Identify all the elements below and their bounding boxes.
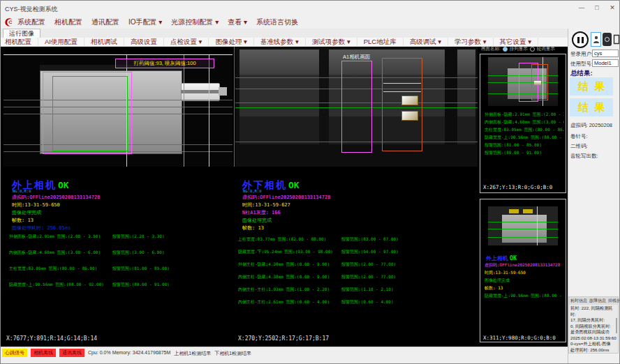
- measurement-row: 内侧主柱-隐藏:4.38mm 范围:(0.00 - 9.00)报警范围:(2.0…: [238, 274, 468, 280]
- preview-line: 内侧面板-隐藏:4.60mm 范围:(3.00 - 6.00): [485, 118, 564, 126]
- measurement-row: 内侧主柱-主柱:2.61mm 范围:(0.60 - 4.00)报警范围:(0.6…: [238, 299, 468, 305]
- roi-label: A1相机画面: [343, 54, 370, 61]
- alarm-range: 报警范围:(3.00 - 6.00): [112, 250, 165, 256]
- measurement-value: 外侧面板-隐藏:2.91mm 范围:(2.00 - 3.50): [9, 234, 112, 240]
- alarm-range: 报警范围:(83.00 - 87.00): [341, 236, 399, 243]
- logout-button[interactable]: [613, 32, 620, 47]
- menu-camera-config[interactable]: 相机配置: [54, 17, 82, 27]
- pause-button[interactable]: [572, 31, 589, 48]
- minimize-button[interactable]: —: [575, 3, 589, 13]
- info-tab-fault[interactable]: 故障信息: [589, 298, 606, 304]
- yellow-marker: [509, 209, 519, 213]
- measurement-row: 上柱宽度:83.77mm 范围:(82.00 - 88.00)报警范围:(83.…: [238, 236, 468, 243]
- center-frames-line: 帧数: 13: [242, 225, 264, 232]
- info-tab-strip: 耗时信息 故障信息 掉线信息: [569, 297, 618, 305]
- info-tab-offline[interactable]: 掉线信息: [608, 298, 620, 304]
- radio-cycle-label[interactable]: 轮询显示: [537, 46, 555, 52]
- cpu-memory-status: Cpu: 0.0% Memory: 3424.41796875M: [88, 349, 170, 355]
- tool-learning-params[interactable]: 学习参数 ▾: [455, 38, 493, 47]
- menu-comm-config[interactable]: 通讯配置: [91, 17, 119, 27]
- panel-divider: [234, 47, 235, 167]
- alarm-range: 报警范围:(2.00 - 77.00): [341, 261, 396, 268]
- center-gray-line: N柱A1灰度: 166: [242, 209, 281, 216]
- center-done-line: 图像处理完成: [242, 217, 272, 224]
- center-measurement-rows: 上柱宽度:83.77mm 范围:(82.00 - 88.00)报警范围:(83.…: [238, 236, 468, 305]
- alarm-range: 报警范围:(2.20 - 3.30): [112, 234, 165, 240]
- measurement-value: 上柱宽度:83.77mm 范围:(82.00 - 88.00): [238, 236, 341, 243]
- measure-line: [488, 237, 558, 238]
- left-camera-image[interactable]: 打药阈值:93, 喷灰阈值:100: [3, 54, 232, 167]
- menu-system-config[interactable]: 系统配置: [17, 17, 45, 27]
- measurement-value: 隐藏宽度-上:90.56mm 范围:(88.00 - 92.00): [9, 282, 112, 288]
- tool-test-params[interactable]: 测试项参数 ▾: [312, 38, 357, 47]
- tool-advanced-debug[interactable]: 高级调试 ▾: [410, 38, 448, 47]
- measurement-row: 内侧主柱-主柱:1.93mm 范围:(1.00 - 2.20)报警范围:(1.1…: [238, 287, 468, 293]
- radio-tile-view[interactable]: [503, 47, 508, 52]
- tool-advanced-settings[interactable]: 高级设置: [131, 38, 164, 47]
- preview-top-coords: X:267;Y:13;R:0;G:0;B:0: [483, 184, 552, 190]
- pause-icon: [582, 37, 584, 43]
- roi-rect-magenta: [341, 61, 372, 153]
- connector-stripe: [181, 90, 220, 93]
- app-window: CYS-视觉检测系统 — □ ✕ 系统配置 相机配置 通讯配置 IO手配置 ▾ …: [0, 0, 620, 364]
- preview-header: 画面名称: 排列显示 轮询显示: [481, 46, 566, 52]
- measure-line-vertical: [537, 206, 538, 245]
- measurement-row: 隐藏宽度-下:95.24mm 范围:(93.00 - 98.00)报警范围:(9…: [238, 249, 468, 255]
- machine-post: [445, 50, 457, 144]
- close-button[interactable]: ✕: [605, 3, 619, 13]
- login-user-field[interactable]: cys: [592, 50, 619, 57]
- left-camera-sub: NG:0,R:0: [13, 189, 31, 193]
- preview-panel-bottom[interactable]: 外上相机OK 虚拟码:OFFline20250208133134728 时间:1…: [480, 199, 566, 342]
- yellow-marker: [523, 209, 533, 213]
- window-title: CYS-视觉检测系统: [5, 5, 58, 14]
- tool-plc-address[interactable]: PLC地址库: [364, 38, 404, 47]
- center-camera-image[interactable]: A1相机画面: [235, 47, 478, 167]
- info-scrollbar[interactable]: [616, 318, 617, 333]
- tool-baseline-params[interactable]: 基准线参数 ▾: [260, 38, 306, 47]
- measurement-row: 外侧面板-隐藏:2.91mm 范围:(2.00 - 3.50)报警范围:(2.2…: [9, 234, 226, 240]
- led-highlight: [401, 111, 418, 121]
- gear-count-label: 齿轮写出数:: [570, 153, 598, 160]
- preview-line: 报警范围:(81.00 - 85.00): [485, 141, 564, 149]
- alarm-range: 报警范围:(0.60 - 4.00): [341, 299, 394, 305]
- preview-top-lines: 外侧面板-隐藏:2.91mm 范围:(2.00 - 3.50) 内侧面板-隐藏:…: [485, 110, 564, 156]
- menu-view[interactable]: 查看 ▾: [228, 17, 247, 27]
- tool-spot-check[interactable]: 点检设置 ▾: [170, 38, 209, 47]
- camera-offline-badge: 相机离线: [31, 349, 56, 357]
- center-time-line: 时间:13-31-59-627: [242, 202, 290, 208]
- virtual-code-label: 虚拟码: 20250208: [570, 122, 612, 129]
- camera-lens-button[interactable]: [603, 33, 612, 46]
- measurement-value: 隐藏宽度-下:95.24mm 范围:(93.00 - 98.00): [238, 249, 341, 255]
- tool-other-settings[interactable]: 其它设置 ▾: [500, 38, 538, 47]
- preview-panel-top[interactable]: 外侧面板-隐藏:2.91mm 范围:(2.00 - 3.50) 内侧面板-隐藏:…: [480, 54, 566, 193]
- preview-bottom-lines: 虚拟码:OFFline20250208133134728 时间:13-31-59…: [485, 261, 564, 299]
- preview-line: 隐藏宽度-上:90.56mm 范围:(88.00 - 92.00): [485, 133, 564, 141]
- measurement-value: 主柱宽度:83.05mm 范围:(80.00 - 86.00): [9, 266, 112, 272]
- model-label: 使用型号:: [570, 61, 593, 68]
- menu-language-switch[interactable]: 系统语言切换: [256, 17, 298, 27]
- title-bar: CYS-视觉检测系统 — □ ✕: [1, 1, 620, 16]
- tool-camera-config[interactable]: 相机配置: [5, 38, 38, 47]
- menu-light-config[interactable]: 光源控制配置 ▾: [171, 17, 219, 27]
- window-controls: — □ ✕: [575, 3, 619, 13]
- user-button[interactable]: [591, 32, 601, 47]
- radio-cycle-view[interactable]: [530, 47, 535, 52]
- led-highlight: [534, 81, 541, 85]
- measure-line: [488, 229, 558, 229]
- maximize-button[interactable]: □: [590, 3, 604, 13]
- preview-line: 图像处理完成: [485, 276, 564, 284]
- alarm-range: 报警范围:(81.00 - 85.00): [112, 266, 170, 272]
- yellow-measure-segment: [383, 91, 421, 92]
- tool-image-processing[interactable]: 图像处理 ▾: [215, 38, 253, 47]
- info-tab-timing[interactable]: 耗时信息: [570, 298, 587, 304]
- tool-camera-debug[interactable]: 相机调试: [91, 38, 124, 47]
- model-field[interactable]: Model1: [592, 59, 619, 67]
- menu-io-config[interactable]: IO手配置 ▾: [128, 17, 162, 27]
- left-elapsed-line: 图像处理耗时: 256.05ms: [12, 225, 71, 232]
- tool-ai-config[interactable]: AI使用配置: [45, 38, 84, 47]
- preview-bottom-coords: X:311;Y:980;R:0;G:0;B:0: [483, 335, 556, 341]
- radio-tile-label[interactable]: 排列显示: [510, 46, 528, 52]
- measure-line-vertical: [209, 55, 209, 167]
- app-logo-icon: [3, 17, 15, 28]
- measure-line: [488, 222, 558, 222]
